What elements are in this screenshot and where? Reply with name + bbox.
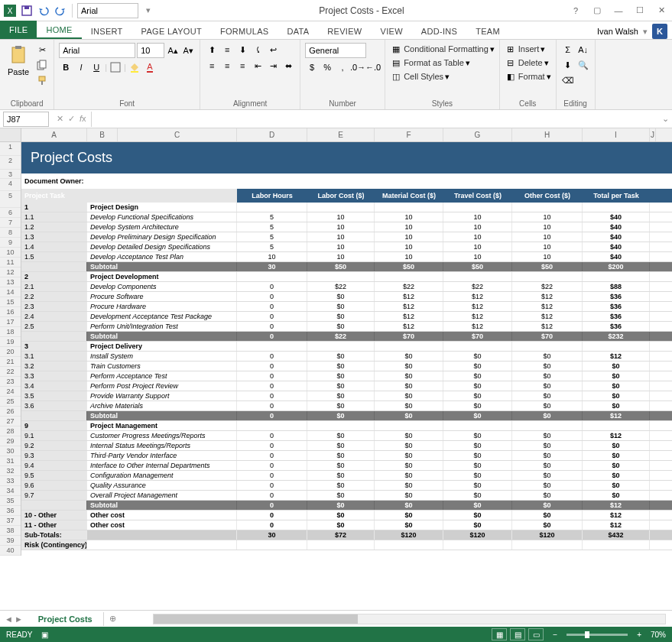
row-header[interactable]: 2 <box>0 156 21 170</box>
cell[interactable]: $0 <box>583 451 650 460</box>
column-header-A[interactable]: A <box>21 128 87 141</box>
cell[interactable]: 10 - Other <box>21 511 87 520</box>
cell[interactable]: Procure Software <box>87 292 237 301</box>
row-header[interactable]: 18 <box>0 327 21 337</box>
cell[interactable]: $12 <box>583 352 650 361</box>
cell[interactable]: $0 <box>375 481 443 490</box>
macro-record-icon[interactable]: ▣ <box>41 631 48 639</box>
table-row[interactable]: 3.6Archive Materials0$0$0$0$0$0 <box>21 401 672 411</box>
table-row[interactable]: 1.5Develop Acceptance Test Plan101010101… <box>21 252 672 262</box>
cell[interactable]: 0 <box>237 501 307 510</box>
cell[interactable]: $432 <box>583 530 650 540</box>
cell[interactable]: 30 <box>237 262 307 271</box>
cell[interactable]: 3.6 <box>21 401 87 410</box>
cell[interactable]: $36 <box>583 302 650 311</box>
table-row[interactable]: 11 - OtherOther cost0$0$0$0$0$12 <box>21 520 672 530</box>
cell[interactable]: Configuration Management <box>87 471 237 480</box>
cell[interactable]: $0 <box>375 511 443 520</box>
cell[interactable]: 0 <box>237 371 307 381</box>
cell[interactable]: $36 <box>583 312 650 321</box>
page-layout-view-icon[interactable]: ▤ <box>510 628 525 640</box>
column-header-H[interactable]: H <box>512 128 583 141</box>
delete-button[interactable]: ⊟Delete ▾ <box>505 57 549 69</box>
cell[interactable]: Develop Detailed Design Specifications <box>87 242 237 251</box>
cell[interactable]: $0 <box>443 471 512 480</box>
column-header-C[interactable]: C <box>118 128 237 141</box>
cell[interactable]: $36 <box>583 322 650 331</box>
cell[interactable]: $0 <box>512 401 583 410</box>
column-header-J[interactable]: J <box>650 128 656 141</box>
cell[interactable]: Perform Post Project Review <box>87 381 237 391</box>
cell[interactable]: $0 <box>583 401 650 410</box>
cell[interactable]: 0 <box>237 511 307 520</box>
row-header[interactable]: 27 <box>0 417 21 426</box>
cell[interactable]: $0 <box>443 501 512 510</box>
cell[interactable]: 3.5 <box>21 391 87 400</box>
cell[interactable]: 1.2 <box>21 222 87 232</box>
sheet-nav-prev-icon[interactable]: ◄ <box>5 614 13 624</box>
table-row[interactable]: 9.2Internal Status Meetings/Reports0$0$0… <box>21 441 672 451</box>
row-header[interactable]: 7 <box>0 218 21 228</box>
cell[interactable]: $70 <box>375 332 443 341</box>
fill-color-icon[interactable] <box>128 60 141 74</box>
cell[interactable]: $70 <box>443 332 512 341</box>
cell[interactable]: Overall Project Management <box>87 491 237 500</box>
row-header[interactable]: 12 <box>0 268 21 277</box>
cell[interactable] <box>21 411 87 420</box>
table-row[interactable]: 1.2Develop System Architecture510101010$… <box>21 222 672 232</box>
row-header[interactable]: 24 <box>0 387 21 397</box>
row-header[interactable]: 32 <box>0 466 21 476</box>
table-row[interactable]: 3.4Perform Post Project Review0$0$0$0$0$… <box>21 381 672 391</box>
font-color-icon[interactable]: A <box>143 60 157 74</box>
cell[interactable]: 9.3 <box>21 451 87 460</box>
cell[interactable]: $0 <box>307 481 375 490</box>
zoom-thumb[interactable] <box>585 631 589 638</box>
cell[interactable]: 10 <box>237 252 307 261</box>
cell[interactable]: 5 <box>237 242 307 251</box>
table-row[interactable]: 1.3Develop Preliminary Design Specificat… <box>21 232 672 242</box>
cell[interactable]: $0 <box>443 520 512 530</box>
row-header[interactable]: 16 <box>0 307 21 317</box>
enter-formula-icon[interactable]: ✓ <box>68 114 75 124</box>
cell[interactable]: $12 <box>583 520 650 530</box>
zoom-out-icon[interactable]: − <box>553 631 557 639</box>
row-header[interactable]: 11 <box>0 258 21 268</box>
cell[interactable]: Develop Acceptance Test Plan <box>87 252 237 261</box>
cell[interactable]: Subtotal <box>87 262 237 271</box>
cell[interactable] <box>512 272 583 281</box>
undo-icon[interactable] <box>37 4 50 18</box>
percent-icon[interactable]: % <box>320 60 334 74</box>
decrease-indent-icon[interactable]: ⇤ <box>251 59 265 73</box>
cell[interactable]: $0 <box>307 491 375 500</box>
border-icon[interactable] <box>109 60 122 74</box>
cell[interactable]: 10 <box>307 242 375 251</box>
select-all-corner[interactable] <box>0 128 21 141</box>
cell[interactable] <box>237 203 307 212</box>
cancel-formula-icon[interactable]: ✕ <box>57 114 63 124</box>
cell[interactable]: $0 <box>512 391 583 400</box>
cell[interactable]: $0 <box>375 352 443 361</box>
tab-insert[interactable]: INSERT <box>82 24 132 39</box>
table-row[interactable]: 3.5Provide Warranty Support0$0$0$0$0$0 <box>21 391 672 401</box>
cell[interactable]: $0 <box>375 520 443 530</box>
cell[interactable]: 3.3 <box>21 371 87 381</box>
cell[interactable]: Development Acceptance Test Package <box>87 312 237 321</box>
table-row[interactable]: 3.3Perform Acceptance Test0$0$0$0$0$0 <box>21 371 672 381</box>
cell[interactable]: Perform Unit/Integration Test <box>87 322 237 331</box>
cell[interactable]: $0 <box>443 511 512 520</box>
cell[interactable]: $0 <box>307 411 375 420</box>
cell[interactable]: $0 <box>375 491 443 500</box>
cell[interactable]: $0 <box>375 381 443 391</box>
cell[interactable]: $0 <box>583 471 650 480</box>
spreadsheet-grid[interactable]: 1234567891011121314151617181920212223242… <box>0 142 672 569</box>
cell[interactable]: $22 <box>307 332 375 341</box>
cell[interactable]: 0 <box>237 481 307 490</box>
table-row[interactable]: 9.1Customer Progress Meetings/Reports0$0… <box>21 431 672 441</box>
cell[interactable] <box>375 540 443 550</box>
close-icon[interactable]: ✕ <box>651 2 672 20</box>
cell[interactable]: 10 <box>443 252 512 261</box>
cell[interactable]: 0 <box>237 312 307 321</box>
cell[interactable]: $0 <box>443 491 512 500</box>
sheet-tab-project-costs[interactable]: Project Costs <box>28 612 104 626</box>
cell-styles-button[interactable]: ◫Cell Styles ▾ <box>390 70 450 83</box>
